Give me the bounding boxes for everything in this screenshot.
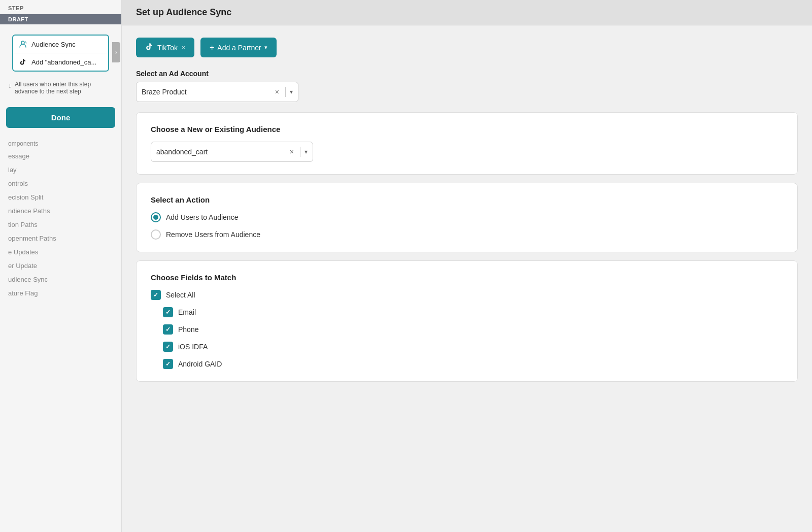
nav-feature-flag[interactable]: ature Flag: [0, 286, 121, 300]
arrow-down-icon: ↓: [8, 81, 12, 89]
select-all-checkmark-icon: ✓: [153, 291, 158, 298]
action-card-label: Select an Action: [151, 195, 783, 204]
android-gaid-label: Android GAID: [178, 360, 222, 368]
fields-card: Choose Fields to Match ✓ Select All ✓ Em…: [136, 260, 798, 382]
fields-checkbox-group: ✓ Select All ✓ Email ✓ Phon: [151, 290, 783, 369]
action-card: Select an Action Add Users to Audience R…: [136, 183, 798, 252]
audience-card: Choose a New or Existing Audience abando…: [136, 112, 798, 175]
email-label: Email: [178, 308, 196, 316]
add-tiktok-label: Add "abandoned_ca...: [31, 58, 96, 66]
ios-idfa-label: iOS IDFA: [178, 343, 208, 351]
add-users-label: Add Users to Audience: [166, 213, 238, 221]
select-all-label: Select All: [166, 291, 195, 299]
email-checkbox[interactable]: ✓ Email: [163, 307, 783, 317]
components-label: omponents: [0, 136, 121, 149]
action-radio-group: Add Users to Audience Remove Users from …: [151, 212, 783, 240]
partner-buttons-row: TikTok × + Add a Partner ▾: [136, 38, 798, 57]
ad-account-select[interactable]: Braze Product × ▾: [136, 82, 298, 102]
email-checkmark-icon: ✓: [165, 309, 171, 316]
remove-users-radio-circle[interactable]: [151, 229, 161, 240]
select-all-checkbox-box[interactable]: ✓: [151, 290, 161, 300]
audience-card-label: Choose a New or Existing Audience: [151, 125, 783, 134]
phone-label: Phone: [178, 325, 198, 334]
nav-feature-updates[interactable]: e Updates: [0, 245, 121, 259]
nav-delay[interactable]: lay: [0, 163, 121, 177]
audience-select-divider: [300, 147, 300, 157]
nav-user-update[interactable]: er Update: [0, 259, 121, 273]
audience-select[interactable]: abandoned_cart × ▾: [151, 142, 313, 162]
ad-account-label: Select an Ad Account: [136, 70, 798, 78]
ad-account-clear-icon[interactable]: ×: [275, 88, 279, 96]
audience-sync-icon: [18, 40, 27, 49]
expand-arrow-btn[interactable]: ›: [112, 42, 120, 62]
tiktok-small-icon: [18, 57, 27, 66]
select-all-checkbox[interactable]: ✓ Select All: [151, 290, 783, 300]
draft-badge: DRAFT: [0, 14, 121, 24]
nav-controls[interactable]: ontrols: [0, 177, 121, 190]
add-partner-chevron-icon: ▾: [264, 44, 267, 51]
audience-clear-icon[interactable]: ×: [290, 148, 294, 156]
nav-action-paths[interactable]: tion Paths: [0, 218, 121, 231]
add-partner-button[interactable]: + Add a Partner ▾: [200, 38, 277, 57]
plus-icon: +: [210, 43, 214, 52]
add-users-radio[interactable]: Add Users to Audience: [151, 212, 783, 222]
phone-checkmark-icon: ✓: [165, 326, 171, 333]
tiktok-icon: [145, 43, 153, 52]
step-label: Step: [0, 0, 121, 14]
android-gaid-checkbox-box[interactable]: ✓: [163, 359, 173, 369]
remove-users-label: Remove Users from Audience: [166, 230, 260, 239]
main-body: TikTok × + Add a Partner ▾ Select an Ad …: [122, 25, 812, 532]
done-button[interactable]: Done: [6, 107, 115, 128]
phone-checkbox-box[interactable]: ✓: [163, 324, 173, 335]
tiktok-button-label: TikTok: [157, 44, 178, 52]
nav-audience-sync[interactable]: udience Sync: [0, 273, 121, 286]
android-gaid-checkmark-icon: ✓: [165, 360, 171, 368]
nav-message[interactable]: essage: [0, 149, 121, 163]
phone-checkbox[interactable]: ✓ Phone: [163, 324, 783, 335]
fields-card-label: Choose Fields to Match: [151, 273, 783, 282]
info-text: All users who enter this step advance to…: [15, 81, 113, 95]
ad-account-value: Braze Product: [142, 88, 275, 96]
nav-decision-split[interactable]: ecision Split: [0, 190, 121, 204]
audience-sync-step-card[interactable]: Audience Sync Add "abandoned_ca...: [12, 35, 109, 72]
svg-point-0: [21, 41, 24, 44]
audience-value: abandoned_cart: [156, 148, 290, 156]
main-content: Set up Audience Sync TikTok × + Add a Pa…: [122, 0, 812, 532]
ios-idfa-checkbox[interactable]: ✓ iOS IDFA: [163, 342, 783, 352]
add-users-radio-circle[interactable]: [151, 212, 161, 222]
ad-account-section: Select an Ad Account Braze Product × ▾: [136, 70, 798, 102]
audience-sync-row[interactable]: Audience Sync: [13, 36, 108, 53]
android-gaid-checkbox[interactable]: ✓ Android GAID: [163, 359, 783, 369]
info-text-block: ↓ All users who enter this step advance …: [0, 77, 121, 99]
page-title: Set up Audience Sync: [136, 7, 798, 18]
select-divider: [285, 87, 286, 97]
ad-account-chevron-icon[interactable]: ▾: [290, 88, 293, 95]
email-checkbox-box[interactable]: ✓: [163, 307, 173, 317]
nav-experiment-paths[interactable]: openment Paths: [0, 231, 121, 245]
ios-idfa-checkbox-box[interactable]: ✓: [163, 342, 173, 352]
add-tiktok-row[interactable]: Add "abandoned_ca...: [13, 53, 108, 71]
tiktok-button[interactable]: TikTok ×: [136, 38, 194, 57]
nav-audience-paths[interactable]: ndience Paths: [0, 204, 121, 218]
audience-sync-label: Audience Sync: [31, 41, 76, 48]
sidebar: Step DRAFT Audience Sync: [0, 0, 122, 532]
audience-chevron-icon[interactable]: ▾: [304, 148, 308, 155]
tiktok-close-icon[interactable]: ×: [182, 44, 185, 51]
ios-idfa-checkmark-icon: ✓: [165, 343, 171, 350]
main-header: Set up Audience Sync: [122, 0, 812, 25]
add-partner-label: Add a Partner: [217, 44, 261, 52]
remove-users-radio[interactable]: Remove Users from Audience: [151, 229, 783, 240]
